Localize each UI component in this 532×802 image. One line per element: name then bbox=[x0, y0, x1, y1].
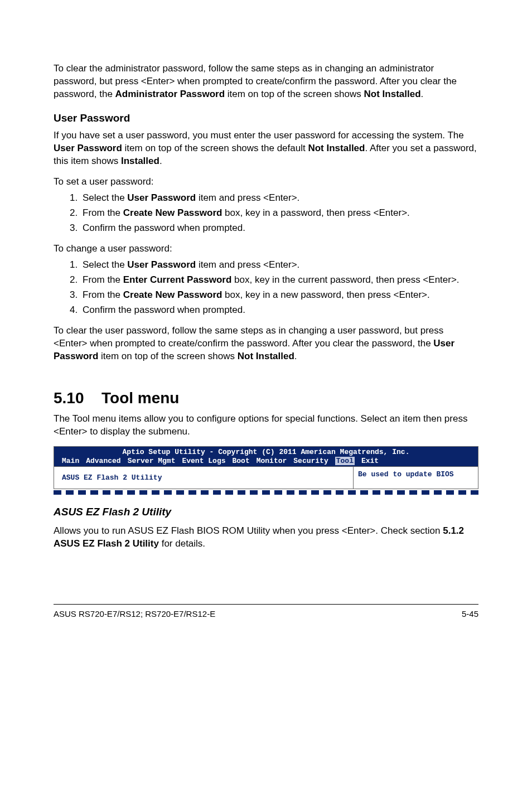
text: From the bbox=[83, 289, 123, 300]
lead-change-password: To change a user password: bbox=[54, 243, 478, 255]
bold-not-installed: Not Installed bbox=[308, 143, 365, 153]
text: box, key in a password, then press <Ente… bbox=[222, 207, 409, 218]
text: box, key in a new password, then press <… bbox=[222, 289, 429, 300]
para-clear-admin: To clear the administrator password, fol… bbox=[54, 62, 478, 101]
heading-number: 5.10 bbox=[54, 388, 101, 409]
list-item: From the Create New Password box, key in… bbox=[80, 289, 478, 302]
bold-user-password: User Password bbox=[54, 143, 122, 153]
bold-admin-password: Administrator Password bbox=[115, 89, 225, 99]
para-tool-menu-desc: The Tool menu items allow you to configu… bbox=[54, 413, 478, 438]
bios-title-bar: Aptio Setup Utility - Copyright (C) 2011… bbox=[54, 447, 478, 457]
text: item and press <Enter>. bbox=[196, 192, 299, 203]
text: item on top of the screen shows the defa… bbox=[122, 143, 308, 153]
text: item on top of the screen shows bbox=[225, 89, 364, 99]
bold-not-installed: Not Installed bbox=[238, 351, 294, 361]
list-item: Select the User Password item and press … bbox=[80, 192, 478, 205]
text: Select the bbox=[83, 192, 127, 203]
bios-tab-monitor: Monitor bbox=[257, 457, 287, 465]
list-item: Confirm the password when prompted. bbox=[80, 222, 478, 235]
text: Select the bbox=[83, 259, 127, 270]
heading-text: Tool menu bbox=[101, 389, 179, 407]
bios-tab-main: Main bbox=[62, 457, 79, 465]
bios-help-right: Be used to update BIOS bbox=[353, 467, 478, 489]
bold-installed: Installed bbox=[121, 156, 159, 166]
bios-content-left: ASUS EZ Flash 2 Utility bbox=[54, 467, 353, 489]
bold-user-password: User Password bbox=[127, 192, 196, 203]
bold-create-new-password: Create New Password bbox=[123, 289, 223, 300]
heading-user-password: User Password bbox=[54, 111, 478, 125]
bios-tab-boot: Boot bbox=[232, 457, 249, 465]
bios-tab-exit: Exit bbox=[361, 457, 379, 465]
bold-enter-current-password: Enter Current Password bbox=[123, 274, 232, 285]
text: for details. bbox=[159, 538, 205, 549]
list-set-password: Select the User Password item and press … bbox=[54, 192, 478, 235]
bios-tab-advanced: Advanced bbox=[86, 457, 120, 465]
list-item: Select the User Password item and press … bbox=[80, 259, 478, 272]
bold-create-new-password: Create New Password bbox=[123, 207, 223, 218]
bios-tab-security: Security bbox=[293, 457, 328, 465]
text: To clear the user password, follow the s… bbox=[54, 325, 443, 349]
text: box, key in the current password, then p… bbox=[231, 274, 459, 285]
page-footer: ASUS RS720-E7/RS12; RS720-E7/RS12-E 5-45 bbox=[54, 604, 478, 619]
text: If you have set a user password, you mus… bbox=[54, 130, 464, 141]
text: From the bbox=[83, 207, 123, 218]
text: . bbox=[421, 89, 424, 99]
list-item: Confirm the password when prompted. bbox=[80, 304, 478, 317]
heading-tool-menu: 5.10Tool menu bbox=[54, 388, 478, 409]
bios-tab-server-mgmt: Server Mgmt bbox=[128, 457, 176, 465]
footer-page-number: 5-45 bbox=[462, 609, 478, 619]
bold-user-password: User Password bbox=[127, 259, 196, 270]
bios-tab-event-logs: Event Logs bbox=[182, 457, 225, 465]
text: item on top of the screen shows bbox=[98, 351, 237, 361]
lead-set-password: To set a user password: bbox=[54, 176, 478, 189]
text: item and press <Enter>. bbox=[196, 259, 299, 270]
list-change-password: Select the User Password item and press … bbox=[54, 259, 478, 317]
bios-tab-tool-active: Tool bbox=[335, 457, 355, 465]
bios-screenshot: Aptio Setup Utility - Copyright (C) 2011… bbox=[54, 446, 478, 489]
para-ez-flash-desc: Allows you to run ASUS EZ Flash BIOS ROM… bbox=[54, 525, 478, 550]
footer-model: ASUS RS720-E7/RS12; RS720-E7/RS12-E bbox=[54, 609, 215, 619]
bios-menu-bar: Main Advanced Server Mgmt Event Logs Boo… bbox=[54, 457, 478, 466]
list-item: From the Enter Current Password box, key… bbox=[80, 274, 478, 287]
dashed-divider bbox=[54, 490, 478, 495]
para-user-password-desc: If you have set a user password, you mus… bbox=[54, 129, 478, 168]
text: . bbox=[294, 351, 297, 361]
text: Allows you to run ASUS EZ Flash BIOS ROM… bbox=[54, 525, 443, 536]
bios-body: ASUS EZ Flash 2 Utility Be used to updat… bbox=[54, 466, 478, 489]
heading-ez-flash: ASUS EZ Flash 2 Utility bbox=[54, 505, 478, 519]
bold-not-installed: Not Installed bbox=[364, 89, 421, 99]
list-item: From the Create New Password box, key in… bbox=[80, 207, 478, 220]
text: From the bbox=[83, 274, 123, 285]
text: . bbox=[159, 156, 162, 166]
para-clear-user: To clear the user password, follow the s… bbox=[54, 325, 478, 363]
